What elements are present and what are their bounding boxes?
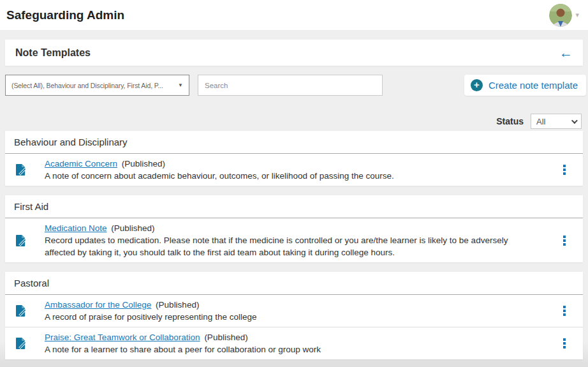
template-link[interactable]: Medication Note bbox=[45, 223, 107, 233]
back-button[interactable]: ← bbox=[559, 46, 573, 59]
template-text: Academic Concern (Published) A note of c… bbox=[45, 158, 511, 182]
category-filter-dropdown[interactable]: (Select All), Behaviour and Disciplinary… bbox=[5, 75, 189, 96]
kebab-menu-icon[interactable] bbox=[561, 163, 568, 177]
category-title: First Aid bbox=[5, 195, 583, 218]
template-category-section: Pastoral Ambassador for the College (Pub… bbox=[5, 272, 583, 359]
template-description: A note of concern about academic behavio… bbox=[45, 170, 511, 182]
template-text: Medication Note (Published) Record updat… bbox=[45, 222, 511, 258]
user-menu[interactable]: ▾ bbox=[549, 4, 579, 27]
template-category-section: First Aid Medication Note (Published) Re… bbox=[5, 195, 583, 262]
template-status: (Published) bbox=[204, 333, 247, 342]
template-description: Record updates to medication. Please not… bbox=[45, 234, 511, 258]
note-edit-icon bbox=[15, 337, 26, 350]
status-filter-row: Status All bbox=[0, 114, 582, 129]
template-link[interactable]: Ambassador for the College bbox=[45, 300, 151, 310]
note-edit-icon bbox=[15, 163, 26, 176]
template-status: (Published) bbox=[156, 300, 199, 310]
app-header: Safeguarding Admin ▾ bbox=[0, 0, 588, 30]
category-items: Medication Note (Published) Record updat… bbox=[5, 218, 583, 262]
category-title: Behaviour and Disciplinary bbox=[5, 131, 583, 154]
category-filter-value: (Select All), Behaviour and Disciplinary… bbox=[11, 82, 173, 89]
template-description: A record of praise for positively repres… bbox=[45, 311, 511, 323]
note-edit-icon bbox=[15, 304, 26, 317]
user-menu-chevron-icon: ▾ bbox=[575, 11, 579, 19]
user-avatar[interactable] bbox=[549, 4, 572, 27]
kebab-menu-icon[interactable] bbox=[561, 234, 568, 248]
plus-icon: + bbox=[471, 79, 483, 91]
template-sections: Behaviour and Disciplinary Academic Conc… bbox=[0, 131, 588, 359]
status-select[interactable]: All bbox=[531, 114, 582, 129]
template-status: (Published) bbox=[122, 159, 165, 169]
note-templates-panel-header: Note Templates ← bbox=[5, 40, 583, 66]
chevron-down-icon: ▼ bbox=[178, 82, 183, 88]
status-label: Status bbox=[496, 116, 524, 126]
note-edit-icon bbox=[15, 234, 26, 247]
create-note-template-label: Create note template bbox=[489, 80, 578, 91]
page-title: Note Templates bbox=[15, 47, 91, 59]
template-status: (Published) bbox=[111, 223, 154, 233]
category-title: Pastoral bbox=[5, 272, 583, 295]
category-items: Ambassador for the College (Published) A… bbox=[5, 295, 583, 359]
kebab-menu-icon[interactable] bbox=[561, 336, 568, 350]
template-row: Praise: Great Teamwork or Collaboration … bbox=[5, 327, 583, 359]
template-row: Academic Concern (Published) A note of c… bbox=[5, 154, 583, 186]
template-row: Medication Note (Published) Record updat… bbox=[5, 218, 583, 262]
template-link[interactable]: Academic Concern bbox=[45, 159, 117, 169]
app-title: Safeguarding Admin bbox=[6, 8, 124, 22]
create-note-template-button[interactable]: + Create note template bbox=[464, 75, 586, 96]
template-text: Ambassador for the College (Published) A… bbox=[45, 299, 511, 323]
kebab-menu-icon[interactable] bbox=[561, 304, 568, 318]
template-link[interactable]: Praise: Great Teamwork or Collaboration bbox=[45, 333, 200, 342]
search-input[interactable] bbox=[198, 75, 383, 96]
status-selected-value: All bbox=[536, 117, 545, 126]
template-category-section: Behaviour and Disciplinary Academic Conc… bbox=[5, 131, 583, 186]
template-description: A note for a learner to share about a pe… bbox=[45, 343, 511, 356]
template-text: Praise: Great Teamwork or Collaboration … bbox=[45, 331, 511, 356]
category-items: Academic Concern (Published) A note of c… bbox=[5, 154, 583, 186]
template-row: Ambassador for the College (Published) A… bbox=[5, 295, 583, 327]
chevron-down-icon bbox=[571, 117, 578, 124]
